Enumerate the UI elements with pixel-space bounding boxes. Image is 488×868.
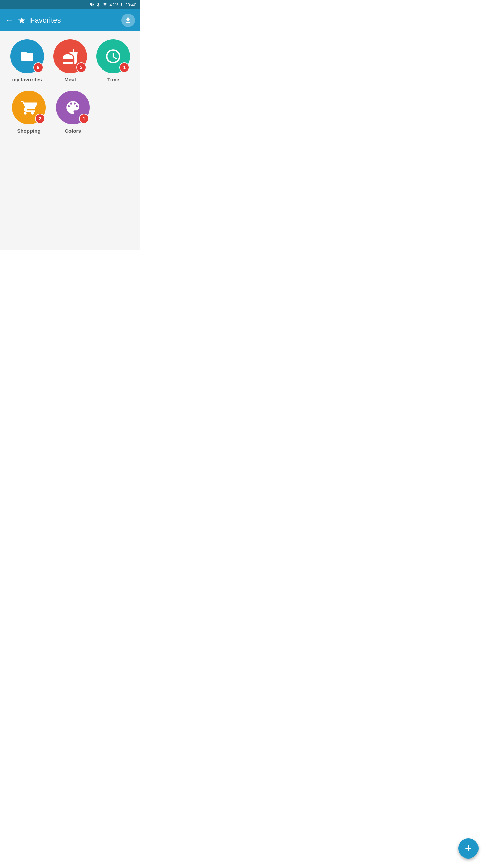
category-item-shopping[interactable]: 2Shopping [8,91,49,134]
download-button[interactable] [121,14,135,27]
category-item-my-favorites[interactable]: 9my favorites [7,39,47,82]
label-colors: Colors [65,128,81,134]
status-bar: 42% 20:40 [0,0,140,9]
category-item-colors[interactable]: 1Colors [52,91,94,134]
favorites-star-icon: ★ [18,15,26,26]
badge-time: 1 [119,62,129,73]
badge-my-favorites: 9 [33,62,43,73]
label-time: Time [107,77,119,82]
bluetooth-icon [96,2,101,7]
circle-wrap-colors: 1 [56,91,90,124]
mute-icon [89,2,94,7]
back-button[interactable]: ← [5,16,14,25]
time-text: 20:40 [125,2,136,7]
category-item-meal[interactable]: 3Meal [50,39,90,82]
circle-wrap-shopping: 2 [12,91,46,124]
label-shopping: Shopping [17,128,40,134]
label-meal: Meal [64,77,76,82]
download-icon [124,17,132,24]
app-bar: ← ★ Favorites [0,9,140,31]
category-item-time[interactable]: 1Time [93,39,134,82]
circle-wrap-time: 1 [96,39,130,73]
badge-colors: 1 [79,114,89,124]
status-icons: 42% 20:40 [89,2,136,7]
circle-wrap-meal: 3 [53,39,87,73]
badge-shopping: 2 [35,114,45,124]
battery-text: 42% [109,2,118,7]
category-grid-row2: 2Shopping 1Colors [7,91,134,134]
circle-wrap-my-favorites: 9 [10,39,44,73]
page-title: Favorites [30,16,117,25]
category-grid-row1: 9my favorites 3Meal 1Time [7,39,134,82]
label-my-favorites: my favorites [12,77,42,82]
content-area: 9my favorites 3Meal 1Time 2Shopping 1Col… [0,31,140,250]
charging-icon [120,2,123,7]
signal-icon [102,2,108,7]
badge-meal: 3 [76,62,86,73]
